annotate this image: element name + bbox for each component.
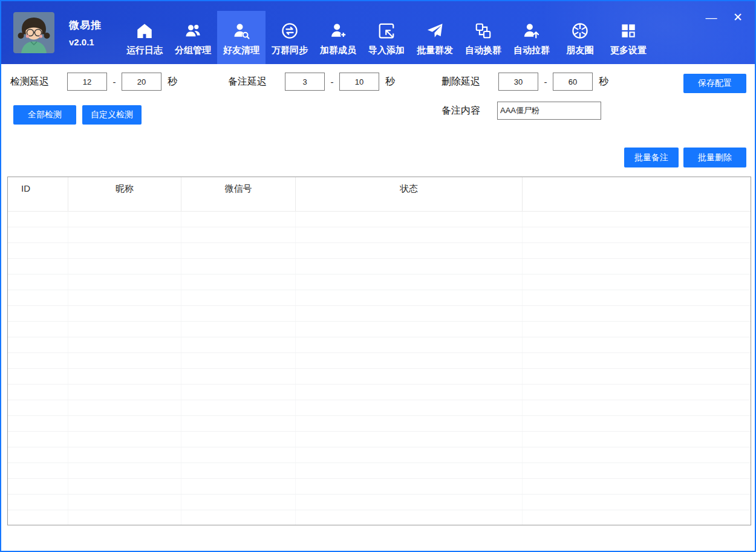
table-row <box>8 479 751 495</box>
sync-icon <box>280 21 299 41</box>
table-row <box>8 416 751 432</box>
nav-item[interactable]: 万群同步 <box>266 11 314 64</box>
cell-extra <box>523 212 751 227</box>
nav-item[interactable]: 导入添加 <box>362 11 411 64</box>
remark-delay-min-input[interactable] <box>285 73 325 91</box>
cell-status <box>296 290 523 305</box>
more-settings-icon <box>619 21 638 41</box>
table-row <box>8 369 751 385</box>
home-icon <box>135 21 154 41</box>
close-button[interactable]: ✕ <box>729 8 746 25</box>
table-row <box>8 306 751 322</box>
batch-remark-button[interactable]: 批量备注 <box>624 148 679 167</box>
cell-id <box>8 259 68 274</box>
detect-all-button[interactable]: 全部检测 <box>13 105 76 125</box>
cell-nickname <box>68 369 181 384</box>
table-row <box>8 337 751 353</box>
switch-group-icon <box>474 21 493 41</box>
cell-id <box>8 243 68 258</box>
cell-id <box>8 274 68 290</box>
cell-wechat-id <box>181 495 296 510</box>
nav-item[interactable]: 批量群发 <box>411 11 459 64</box>
nav-item-label: 加群成员 <box>320 45 356 56</box>
nav-item-label: 自动拉群 <box>513 45 550 56</box>
table-row <box>8 432 751 447</box>
nav-item[interactable]: 更多设置 <box>604 11 653 64</box>
moments-icon <box>570 21 590 41</box>
cell-nickname <box>68 322 181 337</box>
cell-wechat-id <box>181 369 296 384</box>
detect-delay-min-input[interactable] <box>67 73 107 91</box>
cell-nickname <box>68 274 181 290</box>
cell-extra <box>523 290 751 305</box>
table-column-header <box>523 177 751 211</box>
brand: 微易推 v2.0.1 <box>13 12 102 53</box>
cell-nickname <box>68 259 181 274</box>
cell-extra <box>523 479 751 494</box>
nav-item[interactable]: 好友清理 <box>217 11 266 64</box>
nav-item[interactable]: 自动换群 <box>459 11 507 64</box>
nav-item-label: 更多设置 <box>610 45 647 56</box>
cell-nickname <box>68 510 181 525</box>
cell-extra <box>523 416 751 431</box>
nav-item[interactable]: 加群成员 <box>314 11 362 64</box>
remark-delay-max-input[interactable] <box>339 73 379 91</box>
cell-extra <box>523 432 751 447</box>
cell-id <box>8 432 68 447</box>
cell-extra <box>523 385 751 400</box>
brand-text: 微易推 v2.0.1 <box>69 12 102 53</box>
app-title: 微易推 <box>69 18 102 32</box>
cell-id <box>8 479 68 494</box>
nav-item[interactable]: 朋友圈 <box>556 11 604 64</box>
table-column-header: 微信号 <box>181 177 296 211</box>
cell-status <box>296 306 523 321</box>
custom-detect-button[interactable]: 自定义检测 <box>82 105 142 125</box>
cell-extra <box>523 400 751 415</box>
table-body <box>8 212 751 525</box>
table-row <box>8 353 751 369</box>
cell-extra <box>523 306 751 321</box>
table-row <box>8 385 751 400</box>
cell-nickname <box>68 432 181 447</box>
cell-status <box>296 447 523 463</box>
cell-id <box>8 400 68 415</box>
cell-id <box>8 353 68 368</box>
detect-delay-max-input[interactable] <box>122 73 161 91</box>
friend-table: ID 昵称 微信号 状态 <box>7 177 751 525</box>
nav-item[interactable]: 分组管理 <box>169 11 217 64</box>
remark-delay-unit: 秒 <box>385 76 395 88</box>
range-dash: - <box>107 77 122 87</box>
range-dash: - <box>325 77 339 87</box>
cell-nickname <box>68 353 181 368</box>
nav-item-label: 好友清理 <box>223 45 259 56</box>
app-header: 微易推 v2.0.1 运行日志 分组管理 好友清理 <box>1 1 755 64</box>
cell-wechat-id <box>181 353 296 368</box>
cell-nickname <box>68 212 181 227</box>
cell-wechat-id <box>181 259 296 274</box>
remark-content-group: 备注内容 <box>442 102 601 120</box>
import-icon <box>377 21 396 41</box>
cell-id <box>8 463 68 478</box>
cell-id <box>8 510 68 525</box>
table-row <box>8 227 751 243</box>
delete-delay-max-input[interactable] <box>553 73 593 91</box>
delete-delay-min-input[interactable] <box>498 73 538 91</box>
nav-item[interactable]: 运行日志 <box>120 11 169 64</box>
table-row <box>8 259 751 274</box>
minimize-button[interactable]: — <box>703 8 720 25</box>
save-config-button[interactable]: 保存配置 <box>683 74 746 93</box>
cell-id <box>8 306 68 321</box>
cell-wechat-id <box>181 212 296 227</box>
nav-item[interactable]: 自动拉群 <box>507 11 556 64</box>
cell-status <box>296 337 523 352</box>
cell-extra <box>523 227 751 242</box>
batch-delete-button[interactable]: 批量删除 <box>683 148 746 167</box>
cell-id <box>8 495 68 510</box>
cell-id <box>8 337 68 352</box>
cell-wechat-id <box>181 322 296 337</box>
table-row <box>8 322 751 337</box>
app-avatar <box>13 12 54 53</box>
remark-content-input[interactable] <box>497 102 601 120</box>
cell-wechat-id <box>181 290 296 305</box>
nav-item-label: 朋友圈 <box>567 45 594 56</box>
